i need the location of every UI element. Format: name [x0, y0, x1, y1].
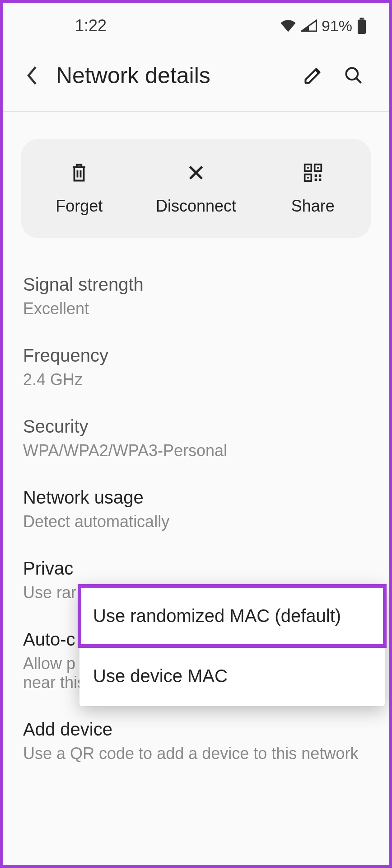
svg-rect-11 — [314, 179, 317, 181]
share-button[interactable]: Share — [254, 161, 371, 216]
svg-rect-0 — [360, 18, 364, 20]
close-icon — [187, 164, 205, 182]
svg-rect-8 — [307, 177, 309, 179]
status-bar: 1:22 91% — [3, 3, 389, 49]
svg-rect-10 — [319, 175, 322, 177]
svg-rect-1 — [358, 20, 366, 34]
battery-icon — [357, 18, 367, 34]
setting-title: Network usage — [23, 487, 369, 508]
svg-rect-12 — [319, 179, 322, 181]
setting-frequency[interactable]: Frequency 2.4 GHz — [23, 345, 369, 389]
forget-label: Forget — [56, 197, 103, 216]
setting-add-device[interactable]: Add device Use a QR code to add a device… — [23, 719, 369, 763]
setting-title: Security — [23, 416, 369, 437]
privacy-popup: Use randomized MAC (default) Use device … — [79, 586, 385, 706]
setting-title: Frequency — [23, 345, 369, 366]
battery-percent: 91% — [322, 17, 352, 35]
forget-button[interactable]: Forget — [21, 161, 138, 216]
chevron-left-icon — [26, 66, 38, 85]
setting-title: Add device — [23, 719, 369, 740]
search-button[interactable] — [342, 64, 365, 87]
setting-value: Excellent — [23, 299, 369, 318]
action-row: Forget Disconnect Share — [21, 139, 371, 238]
trash-icon — [70, 162, 89, 183]
setting-title: Privac — [23, 558, 369, 579]
svg-rect-6 — [317, 167, 319, 169]
back-button[interactable] — [21, 64, 43, 87]
status-right: 91% — [280, 17, 367, 35]
page-title: Network details — [56, 62, 289, 89]
popup-option-randomized-mac[interactable]: Use randomized MAC (default) — [79, 586, 385, 646]
search-icon — [344, 66, 364, 85]
wifi-icon — [280, 19, 296, 32]
qr-icon — [303, 163, 323, 183]
pencil-icon — [303, 66, 323, 85]
svg-rect-4 — [307, 167, 309, 169]
setting-value: 2.4 GHz — [23, 370, 369, 389]
share-label: Share — [291, 197, 335, 216]
edit-button[interactable] — [302, 64, 324, 87]
setting-signal-strength[interactable]: Signal strength Excellent — [23, 274, 369, 318]
status-time: 1:22 — [75, 16, 107, 35]
disconnect-button[interactable]: Disconnect — [138, 161, 255, 216]
setting-title: Signal strength — [23, 274, 369, 295]
svg-rect-9 — [314, 175, 317, 177]
popup-option-device-mac[interactable]: Use device MAC — [79, 646, 385, 706]
disconnect-label: Disconnect — [156, 197, 236, 216]
setting-network-usage[interactable]: Network usage Detect automatically — [23, 487, 369, 531]
setting-value: Use a QR code to add a device to this ne… — [23, 744, 369, 763]
setting-security[interactable]: Security WPA/WPA2/WPA3-Personal — [23, 416, 369, 460]
header: Network details — [3, 49, 389, 112]
setting-value: Detect automatically — [23, 512, 369, 531]
svg-point-2 — [346, 68, 358, 80]
setting-value: WPA/WPA2/WPA3-Personal — [23, 441, 369, 460]
signal-icon — [301, 19, 317, 32]
